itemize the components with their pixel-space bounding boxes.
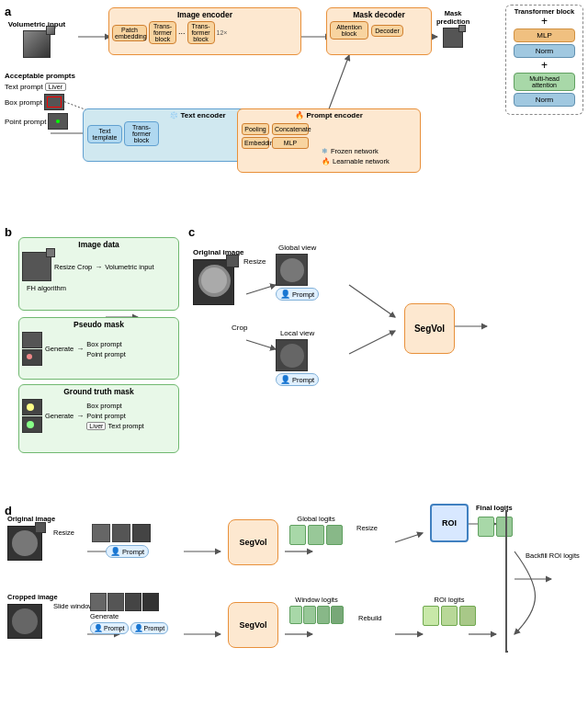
image-encoder-box: Image encoder Patch embedding Trans-form… <box>108 7 301 55</box>
transformer-block-detail: Transformer block + MLP Norm + Multi-hea… <box>505 5 583 115</box>
ground-truth-label: Ground truth mask <box>19 385 178 396</box>
crop-c: Crop <box>232 324 247 332</box>
prompt-badge-d3: 👤 Prompt <box>130 622 169 634</box>
diagram-container: a Volumetric input Image encoder Patch e… <box>0 0 588 716</box>
svg-line-24 <box>246 340 276 349</box>
text-prompt-row: Text prompt Liver <box>5 83 78 91</box>
transformer-block-1: Trans-former block <box>149 21 176 44</box>
mask-decoder-box: Mask decoder Attention block Decoder <box>326 7 432 55</box>
prompt-badge-c2: 👤 Prompt <box>276 373 319 386</box>
roi-box: ROI <box>430 504 469 542</box>
decoder-block: Decoder <box>371 25 403 37</box>
segvol-c: SegVol <box>404 303 455 354</box>
mask-decoder-label: Mask decoder <box>327 8 431 19</box>
prompt-badge-d1: 👤 Prompt <box>106 545 149 558</box>
volumetric-input-b: Volumetric input <box>105 263 153 271</box>
image-encoder-label: Image encoder <box>109 8 300 19</box>
liver-b: Liver <box>86 422 106 430</box>
local-view-area: Local view 👤 Prompt <box>276 329 319 386</box>
point-prompt-row: Point prompt <box>5 113 78 130</box>
multihead-attention: Multi-head attention <box>514 73 575 91</box>
bracket-d <box>505 510 508 653</box>
segvol-d1: SegVol <box>228 519 278 565</box>
global-logits-area: Global logits <box>289 515 343 545</box>
image-data-box: Image data Resize Crop → Volumetric inpu… <box>18 237 179 311</box>
svg-line-23 <box>246 285 276 294</box>
resize-d2: Resize <box>356 524 378 532</box>
pseudo-mask-box: Pseudo mask Generate → Box prompt Point … <box>18 317 179 380</box>
acceptable-prompts-label: Acceptable prompts <box>5 72 78 80</box>
liver-label: Liver <box>45 83 66 91</box>
transformer-block-text: Trans-former block <box>124 121 159 146</box>
attention-block: Attention block <box>330 21 368 40</box>
mask-prediction-label: Maskprediction <box>436 9 469 26</box>
mask-prediction-area: Maskprediction <box>436 9 469 48</box>
pseudo-mask-label: Pseudo mask <box>19 318 178 329</box>
transformer-block-2: Trans-former block <box>187 21 215 44</box>
roi-logits-area: ROI logits <box>423 596 476 626</box>
svg-line-25 <box>349 285 395 317</box>
mlp-prompt: MLP <box>272 137 309 149</box>
generate-d: Generate <box>90 612 168 620</box>
embedding-block: Embedding <box>242 137 269 149</box>
window-logits-area: Window logits <box>289 596 344 624</box>
slide-window-label: Slide window <box>53 602 94 610</box>
norm1-detail: Norm <box>514 44 575 58</box>
backfill-label: Backfill ROI logits <box>526 551 580 560</box>
acceptable-prompts-area: Acceptable prompts Text prompt Liver Box… <box>5 72 78 130</box>
prompt-badge-d2: 👤 Prompt <box>90 622 129 634</box>
original-image-d: Original image <box>7 515 55 561</box>
learnable-legend: 🔥 Learnable network <box>322 157 390 165</box>
resize-d1: Resize <box>53 528 74 537</box>
slide-window-cubes: Generate 👤 Prompt 👤 Prompt <box>90 593 168 634</box>
rebuild-label: Rebuild <box>358 614 381 622</box>
section-b-label: b <box>5 225 12 239</box>
global-view-area: Global view 👤 Prompt <box>276 244 319 301</box>
original-image-c: Original image <box>193 248 244 305</box>
cropped-image-d: Cropped image <box>7 593 58 639</box>
resize-c: Resize <box>243 257 266 266</box>
frozen-legend: ❄ Frozen network <box>322 147 390 155</box>
generate1-label: Generate <box>45 345 74 353</box>
cubes-d1 <box>92 524 151 542</box>
svg-line-26 <box>349 331 395 354</box>
legend: ❄ Frozen network 🔥 Learnable network <box>322 147 390 165</box>
mlp-detail: MLP <box>514 28 575 42</box>
section-a-label: a <box>5 5 11 18</box>
norm2-detail: Norm <box>514 93 575 107</box>
ground-truth-box: Ground truth mask Generate → Box prompt … <box>18 384 179 453</box>
box-prompt-row: Box prompt <box>5 94 78 110</box>
prompt-badge-c1: 👤 Prompt <box>276 288 319 301</box>
prompt-encoder-label: 🔥 Prompt encoder <box>238 109 420 119</box>
concatenate-block: Concatenate <box>272 123 309 135</box>
svg-line-31 <box>395 533 423 542</box>
generate2-label: Generate <box>45 412 74 420</box>
text-template: Text template <box>87 125 122 143</box>
volumetric-input-label: Volumetric input <box>5 20 69 60</box>
section-c-label: c <box>188 225 195 239</box>
image-data-label: Image data <box>19 238 178 249</box>
resize-crop-label: Resize Crop <box>54 263 92 271</box>
patch-embedding: Patch embedding <box>112 25 147 41</box>
segvol-d2: SegVol <box>228 602 278 648</box>
fh-algorithm-label: FH algorithm <box>19 284 178 292</box>
pooling-block: Pooling <box>242 123 269 135</box>
